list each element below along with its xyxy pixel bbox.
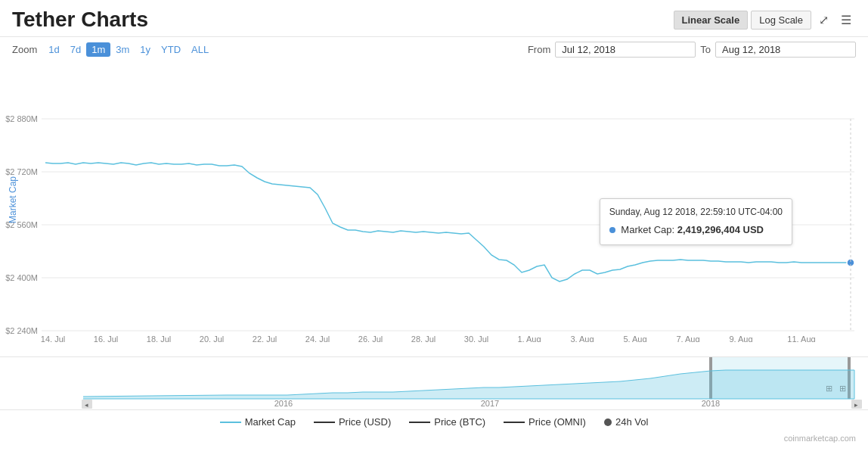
legend-market-cap-line xyxy=(220,422,241,423)
legend-24h-vol-label: 24h Vol xyxy=(615,416,648,428)
legend-price-btc-label: Price (BTC) xyxy=(434,416,485,428)
footer: coinmarketcap.com xyxy=(0,432,868,446)
fullscreen-icon[interactable]: ⤢ xyxy=(814,11,833,29)
tooltip-box: Sunday, Aug 12 2018, 22:59:10 UTC-04:00 … xyxy=(600,198,792,245)
header-controls: Linear Scale Log Scale ⤢ ☰ xyxy=(674,11,856,30)
zoom-1m[interactable]: 1m xyxy=(86,42,110,57)
mini-chart-area: ⊞ ⊞ ◂ ▸ 2016 2017 2018 xyxy=(0,357,868,410)
svg-text:▸: ▸ xyxy=(854,401,858,409)
svg-text:28. Jul: 28. Jul xyxy=(411,335,436,342)
legend-price-usd-label: Price (USD) xyxy=(339,416,391,428)
svg-text:11. Aug: 11. Aug xyxy=(787,335,815,342)
svg-text:5. Aug: 5. Aug xyxy=(623,335,646,342)
zoom-7d[interactable]: 7d xyxy=(65,42,86,57)
header: Tether Charts Linear Scale Log Scale ⤢ ☰ xyxy=(0,0,868,37)
from-date-input[interactable] xyxy=(555,42,696,58)
zoom-1d[interactable]: 1d xyxy=(43,42,64,57)
log-scale-button[interactable]: Log Scale xyxy=(751,11,811,30)
svg-text:16. Jul: 16. Jul xyxy=(94,335,118,342)
menu-icon[interactable]: ☰ xyxy=(836,11,856,29)
to-date-input[interactable] xyxy=(715,42,856,58)
footer-text: coinmarketcap.com xyxy=(784,434,856,443)
tooltip-value: Market Cap: 2,419,296,404 USD xyxy=(609,222,783,238)
svg-text:◂: ◂ xyxy=(85,401,88,409)
legend-price-omni-line xyxy=(504,422,525,423)
tooltip-dot-icon xyxy=(609,227,615,233)
zoom-3m[interactable]: 3m xyxy=(110,42,135,57)
legend-price-btc-line xyxy=(409,422,430,423)
svg-text:14. Jul: 14. Jul xyxy=(41,335,65,342)
zoom-1y[interactable]: 1y xyxy=(135,42,156,57)
svg-text:26. Jul: 26. Jul xyxy=(358,335,383,342)
svg-text:1. Aug: 1. Aug xyxy=(517,335,541,342)
legend-price-usd: Price (USD) xyxy=(314,416,391,428)
svg-text:7. Aug: 7. Aug xyxy=(676,335,699,342)
zoom-bar: Zoom 1d 7d 1m 3m 1y YTD ALL From To xyxy=(0,37,868,62)
app-title: Tether Charts xyxy=(12,8,148,32)
svg-text:3. Aug: 3. Aug xyxy=(570,335,594,342)
tooltip-amount: 2,419,296,404 USD xyxy=(677,224,764,235)
svg-text:18. Jul: 18. Jul xyxy=(147,335,171,342)
svg-text:30. Jul: 30. Jul xyxy=(464,335,488,342)
tooltip-label: Market Cap: xyxy=(621,224,674,235)
legend: Market Cap Price (USD) Price (BTC) Price… xyxy=(0,410,868,432)
svg-text:24. Jul: 24. Jul xyxy=(305,335,330,342)
legend-24h-vol: 24h Vol xyxy=(604,416,648,428)
linear-scale-button[interactable]: Linear Scale xyxy=(674,11,749,30)
date-range: From To xyxy=(528,42,856,58)
to-label: To xyxy=(700,44,711,55)
svg-text:2016: 2016 xyxy=(274,399,293,408)
svg-text:22. Jul: 22. Jul xyxy=(253,335,277,342)
tooltip-title: Sunday, Aug 12 2018, 22:59:10 UTC-04:00 xyxy=(609,205,783,219)
y-axis-label: Market Cap xyxy=(8,176,18,223)
from-label: From xyxy=(528,44,550,55)
svg-text:20. Jul: 20. Jul xyxy=(200,335,224,342)
svg-text:9. Aug: 9. Aug xyxy=(729,335,752,342)
svg-text:2018: 2018 xyxy=(702,399,720,408)
svg-text:2017: 2017 xyxy=(481,399,499,408)
legend-price-omni-label: Price (OMNI) xyxy=(529,416,586,428)
legend-market-cap-label: Market Cap xyxy=(245,416,296,428)
zoom-all[interactable]: ALL xyxy=(186,42,214,57)
legend-24h-vol-dot xyxy=(604,419,612,426)
zoom-label: Zoom xyxy=(12,44,37,55)
legend-price-btc: Price (BTC) xyxy=(409,416,485,428)
legend-market-cap: Market Cap xyxy=(220,416,296,428)
mini-chart-svg: ⊞ ⊞ ◂ ▸ 2016 2017 2018 xyxy=(0,357,868,410)
zoom-ytd[interactable]: YTD xyxy=(156,42,186,57)
legend-price-omni: Price (OMNI) xyxy=(504,416,586,428)
legend-price-usd-line xyxy=(314,422,335,423)
main-chart-area: Market Cap $2 880M $2 720M $2 560M $2 40… xyxy=(0,62,868,357)
